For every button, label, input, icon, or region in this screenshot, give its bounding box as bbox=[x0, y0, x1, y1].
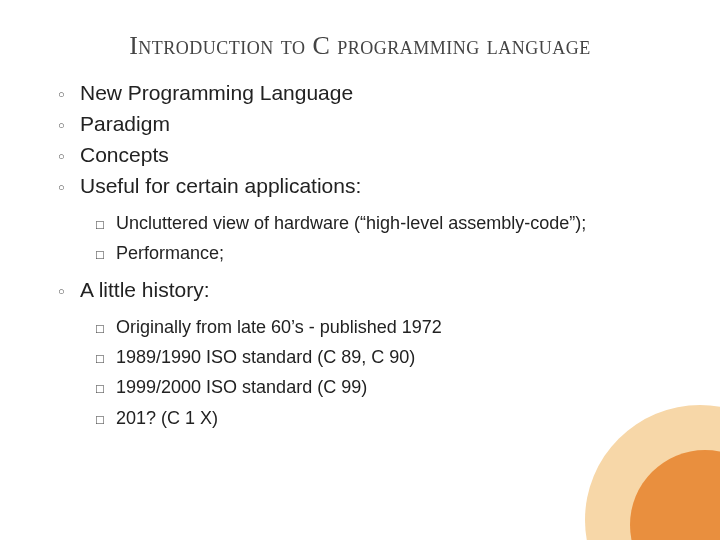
sub-bullet-item: □ Performance; bbox=[96, 241, 670, 265]
bullet-item: ○ Paradigm bbox=[58, 112, 670, 136]
bullet-item: ○ A little history: bbox=[58, 278, 670, 302]
bullet-item: ○ Concepts bbox=[58, 143, 670, 167]
slide-title: Introduction to C programming language bbox=[80, 28, 640, 63]
square-bullet-icon: □ bbox=[96, 411, 116, 429]
sub-bullet-item: □ Originally from late 60’s - published … bbox=[96, 315, 670, 339]
sub-bullet-item: □ Uncluttered view of hardware (“high-le… bbox=[96, 211, 670, 235]
bullet-text: New Programming Language bbox=[80, 81, 353, 105]
bullet-item: ○ Useful for certain applications: bbox=[58, 174, 670, 198]
circle-bullet-icon: ○ bbox=[58, 88, 80, 100]
circle-bullet-icon: ○ bbox=[58, 150, 80, 162]
bullet-text: Originally from late 60’s - published 19… bbox=[116, 315, 442, 339]
slide: Introduction to C programming language ○… bbox=[0, 0, 720, 540]
bullet-text: Paradigm bbox=[80, 112, 170, 136]
bullet-text: Concepts bbox=[80, 143, 169, 167]
bullet-text: Performance; bbox=[116, 241, 224, 265]
circle-bullet-icon: ○ bbox=[58, 285, 80, 297]
circle-bullet-icon: ○ bbox=[58, 119, 80, 131]
square-bullet-icon: □ bbox=[96, 320, 116, 338]
bullet-text: Useful for certain applications: bbox=[80, 174, 361, 198]
sub-bullet-item: □ 1989/1990 ISO standard (C 89, C 90) bbox=[96, 345, 670, 369]
bullet-text: Uncluttered view of hardware (“high-leve… bbox=[116, 211, 586, 235]
square-bullet-icon: □ bbox=[96, 246, 116, 264]
bullet-text: 1999/2000 ISO standard (C 99) bbox=[116, 375, 367, 399]
bullet-item: ○ New Programming Language bbox=[58, 81, 670, 105]
sub-bullet-item: □ 201? (C 1 X) bbox=[96, 406, 670, 430]
square-bullet-icon: □ bbox=[96, 216, 116, 234]
bullet-text: A little history: bbox=[80, 278, 210, 302]
bullet-text: 1989/1990 ISO standard (C 89, C 90) bbox=[116, 345, 415, 369]
circle-bullet-icon: ○ bbox=[58, 181, 80, 193]
slide-content: ○ New Programming Language ○ Paradigm ○ … bbox=[50, 81, 670, 430]
square-bullet-icon: □ bbox=[96, 350, 116, 368]
bullet-text: 201? (C 1 X) bbox=[116, 406, 218, 430]
square-bullet-icon: □ bbox=[96, 380, 116, 398]
sub-bullet-item: □ 1999/2000 ISO standard (C 99) bbox=[96, 375, 670, 399]
